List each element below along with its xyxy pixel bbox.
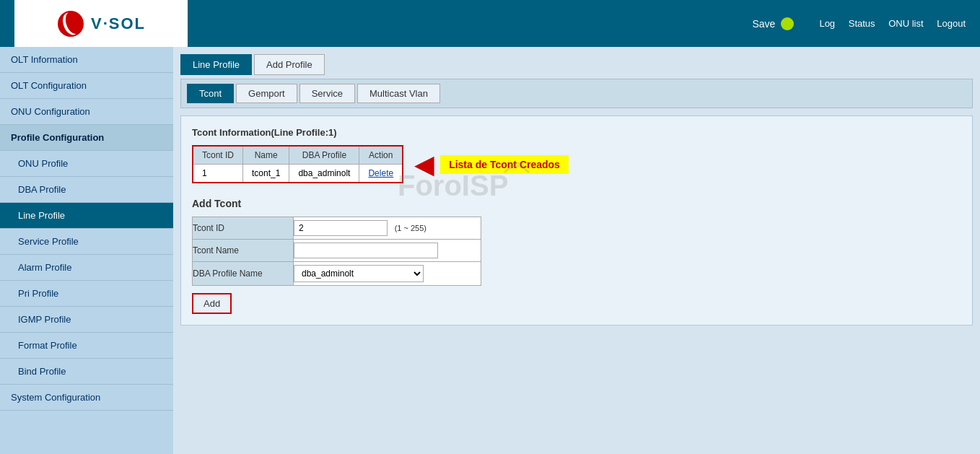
nav-status[interactable]: Status	[849, 18, 875, 29]
form-row-tcont-id: Tcont ID (1 ~ 255)	[193, 217, 481, 240]
label-dba-profile: DBA Profile Name	[193, 262, 294, 286]
logo-text: V·SOL	[91, 14, 146, 33]
form-row-dba-profile: DBA Profile Name dba_adminolt	[193, 262, 481, 286]
sub-tab-service[interactable]: Service	[299, 84, 355, 103]
sidebar-item-pri-profile[interactable]: Pri Profile	[0, 281, 173, 307]
logo-area: V·SOL	[14, 0, 188, 47]
header-nav: Log Status ONU list Logout	[808, 18, 966, 29]
sidebar-item-dba-profile[interactable]: DBA Profile	[0, 177, 173, 203]
table-row: 1 tcont_1 dba_adminolt Delete	[193, 165, 403, 183]
tcont-id-hint: (1 ~ 255)	[395, 224, 426, 232]
main-content: Line Profile Add Profile Tcont Gemport S…	[173, 47, 980, 454]
sub-tab-tcont[interactable]: Tcont	[187, 84, 234, 103]
tcont-id-input[interactable]	[294, 220, 388, 236]
sub-tabs: Tcont Gemport Service Multicast Vlan	[180, 79, 973, 108]
sidebar-item-line-profile[interactable]: Line Profile	[0, 203, 173, 229]
sidebar-item-alarm-profile[interactable]: Alarm Profile	[0, 255, 173, 281]
arrow-left-icon: ◀	[414, 149, 434, 180]
cell-tcont-id: 1	[193, 165, 243, 183]
sub-tab-gemport[interactable]: Gemport	[236, 84, 297, 103]
status-dot	[781, 17, 794, 30]
add-button[interactable]: Add	[192, 293, 232, 314]
annotation-area: ◀ Lista de Tcont Creados	[414, 149, 569, 180]
table-annotation-row: Tcont ID Name DBA Profile Action 1 tcont…	[192, 145, 961, 183]
col-name: Name	[243, 146, 289, 165]
input-dba-profile-cell: dba_adminolt	[294, 262, 481, 286]
save-area: Save	[752, 17, 794, 30]
header: V·SOL Save Log Status ONU list Logout	[0, 0, 980, 47]
tab-add-profile[interactable]: Add Profile	[254, 54, 325, 75]
sidebar-item-igmp-profile[interactable]: IGMP Profile	[0, 307, 173, 333]
input-tcont-name-cell	[294, 240, 481, 262]
save-label[interactable]: Save	[752, 18, 775, 30]
content-area: ForoISP Tcont Information(Line Profile:1…	[180, 115, 973, 326]
sidebar-item-profile-configuration[interactable]: Profile Configuration	[0, 125, 173, 151]
tcont-name-input[interactable]	[294, 243, 438, 258]
sidebar-item-olt-configuration[interactable]: OLT Configuration	[0, 73, 173, 99]
add-tcont-form: Tcont ID (1 ~ 255) Tcont Name DBA Pr	[192, 217, 481, 286]
tab-line-profile[interactable]: Line Profile	[180, 54, 252, 75]
layout: OLT Information OLT Configuration ONU Co…	[0, 47, 980, 454]
header-right: Save Log Status ONU list Logout	[752, 17, 966, 30]
sidebar-item-onu-profile[interactable]: ONU Profile	[0, 151, 173, 177]
form-row-tcont-name: Tcont Name	[193, 240, 481, 262]
sidebar-item-system-configuration[interactable]: System Configuration	[0, 385, 173, 411]
annotation-label: Lista de Tcont Creados	[440, 155, 569, 174]
tcont-table: Tcont ID Name DBA Profile Action 1 tcont…	[192, 145, 403, 183]
nav-logout[interactable]: Logout	[937, 18, 966, 29]
delete-button[interactable]: Delete	[368, 168, 393, 178]
top-tabs: Line Profile Add Profile	[180, 54, 973, 75]
label-tcont-id: Tcont ID	[193, 217, 294, 240]
cell-dba-profile: dba_adminolt	[289, 165, 359, 183]
col-action: Action	[359, 146, 403, 165]
sidebar-item-format-profile[interactable]: Format Profile	[0, 333, 173, 359]
sub-tab-multicast-vlan[interactable]: Multicast Vlan	[357, 84, 440, 103]
label-tcont-name: Tcont Name	[193, 240, 294, 262]
tcont-info-title: Tcont Information(Line Profile:1)	[192, 127, 961, 138]
add-tcont-title: Add Tcont	[192, 198, 961, 209]
nav-onu-list[interactable]: ONU list	[888, 18, 923, 29]
sidebar-item-olt-information[interactable]: OLT Information	[0, 47, 173, 73]
input-tcont-id-cell: (1 ~ 255)	[294, 217, 481, 240]
vsol-logo-icon	[56, 9, 85, 38]
cell-name: tcont_1	[243, 165, 289, 183]
sidebar: OLT Information OLT Configuration ONU Co…	[0, 47, 173, 454]
sidebar-item-onu-configuration[interactable]: ONU Configuration	[0, 99, 173, 125]
sidebar-item-service-profile[interactable]: Service Profile	[0, 229, 173, 255]
col-dba-profile: DBA Profile	[289, 146, 359, 165]
dba-profile-select[interactable]: dba_adminolt	[294, 265, 424, 282]
nav-log[interactable]: Log	[819, 18, 835, 29]
sidebar-item-bind-profile[interactable]: Bind Profile	[0, 359, 173, 385]
col-tcont-id: Tcont ID	[193, 146, 243, 165]
